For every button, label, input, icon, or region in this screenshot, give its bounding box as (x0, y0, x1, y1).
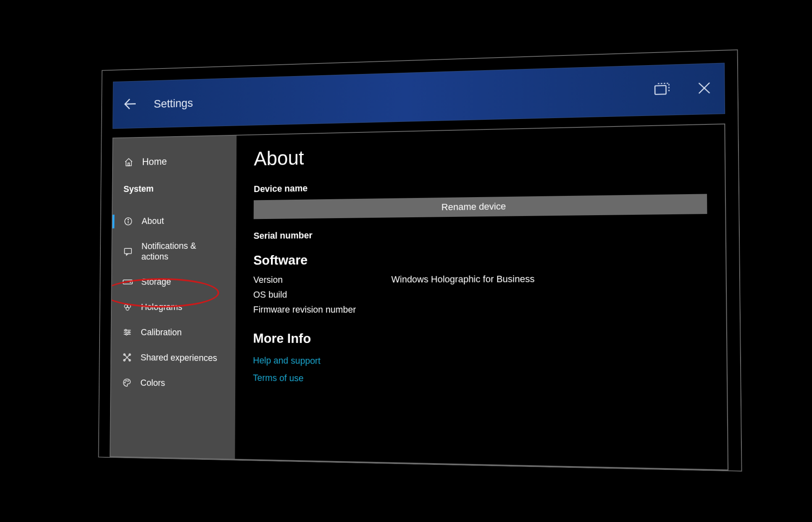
sidebar-item-colors[interactable]: Colors (111, 370, 235, 397)
back-button[interactable] (121, 95, 139, 114)
close-button[interactable] (694, 79, 714, 99)
sidebar-item-storage[interactable]: Storage (112, 269, 236, 295)
sidebar-home[interactable]: Home (113, 150, 236, 172)
serial-number-label: Serial number (253, 226, 707, 241)
svg-point-10 (130, 282, 131, 283)
titlebar: Settings (112, 63, 725, 129)
info-icon (123, 216, 133, 227)
sidebar-item-holograms[interactable]: Holograms (111, 294, 236, 320)
svg-point-27 (126, 380, 126, 381)
svg-point-12 (127, 305, 130, 308)
sidebar-section-label: System (113, 170, 237, 202)
home-icon (124, 157, 134, 167)
sidebar-item-label: Notifications & actions (141, 240, 225, 262)
os-build-label: OS build (253, 289, 391, 300)
version-label: Version (253, 274, 391, 285)
titlebar-title: Settings (153, 97, 193, 111)
svg-point-19 (126, 333, 127, 335)
svg-point-7 (128, 219, 129, 220)
svg-point-26 (124, 382, 125, 383)
svg-point-28 (127, 381, 128, 382)
palette-icon (121, 377, 131, 388)
sidebar-item-label: Calibration (141, 327, 182, 338)
main-content: About Device name Rename device Serial n… (235, 124, 728, 469)
version-value: Windows Holographic for Business (391, 274, 534, 285)
sidebar-item-label: About (142, 216, 164, 227)
sidebar-item-notifications[interactable]: Notifications & actions (112, 233, 236, 269)
window-follow-icon (652, 80, 670, 100)
device-name-label: Device name (253, 177, 707, 195)
page-title: About (254, 138, 707, 170)
sidebar-item-calibration[interactable]: Calibration (111, 319, 236, 345)
svg-point-17 (125, 330, 126, 331)
close-icon (696, 80, 712, 98)
svg-line-0 (125, 104, 136, 104)
sidebar-item-about[interactable]: About (112, 208, 236, 234)
chat-icon (123, 246, 133, 257)
os-build-row: OS build (253, 289, 707, 300)
sidebar-home-label: Home (142, 156, 167, 168)
svg-rect-1 (655, 86, 666, 95)
sidebar: Home System About (110, 136, 236, 459)
crossed-tools-icon (122, 352, 132, 363)
help-support-link[interactable]: Help and support (253, 355, 709, 370)
firmware-row: Firmware revision number (253, 304, 708, 316)
rename-device-button[interactable]: Rename device (253, 194, 707, 219)
sliders-icon (122, 327, 132, 337)
sidebar-item-label: Shared experiences (140, 352, 217, 364)
version-row: Version Windows Holographic for Business (253, 273, 708, 285)
more-info-heading: More Info (253, 331, 708, 349)
svg-rect-8 (124, 248, 131, 254)
software-heading: Software (253, 250, 707, 268)
content-frame: Home System About (110, 124, 728, 470)
svg-point-18 (128, 332, 129, 333)
sidebar-item-label: Colors (140, 377, 165, 388)
window-outer-frame: Settings (98, 49, 742, 472)
arrow-left-icon (122, 95, 138, 114)
svg-rect-4 (128, 163, 129, 166)
sidebar-item-label: Storage (141, 277, 171, 287)
sidebar-item-shared-experiences[interactable]: Shared experiences (111, 345, 235, 371)
terms-of-use-link[interactable]: Terms of use (252, 372, 708, 388)
storage-icon (122, 277, 132, 287)
follow-me-button[interactable] (651, 80, 672, 100)
holograms-icon (122, 302, 132, 312)
sidebar-item-label: Holograms (141, 302, 182, 312)
firmware-label: Firmware revision number (253, 304, 391, 315)
